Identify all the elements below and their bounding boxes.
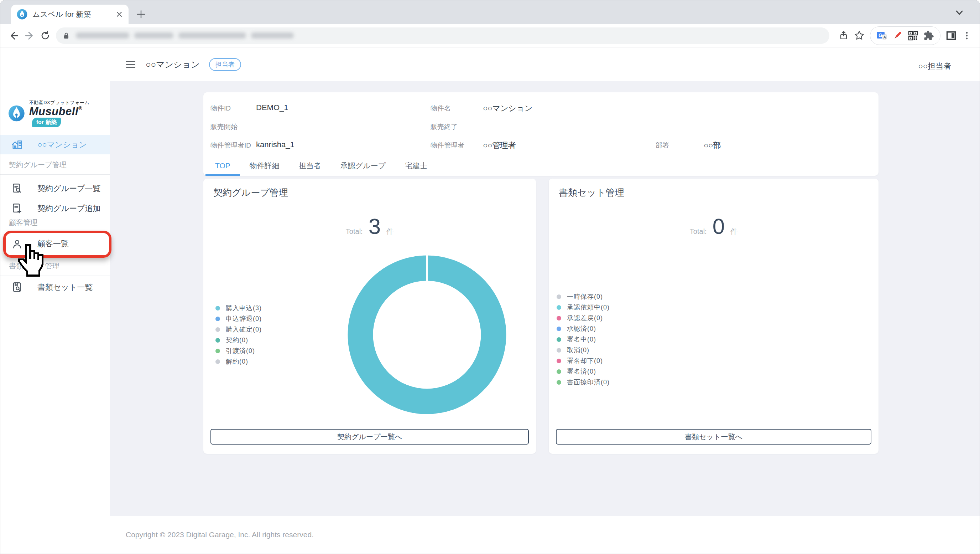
field-value: kanrisha_1 [256,140,294,149]
docset-list-button[interactable]: 書類セット一覧へ [556,429,872,445]
field-value: ○○部 [704,140,721,151]
sidebar: 不動産DXプラットフォーム Musubell® for 新築 ○○マンション 契… [0,48,110,554]
extensions-pill: G A [870,26,940,45]
legend-item: 取消(0) [557,345,610,355]
legend-dot [557,380,561,385]
total-label: Total: [346,227,363,236]
book-search-icon [11,281,23,294]
legend-dot [215,349,220,353]
legend-item: 署名済(0) [557,366,610,377]
tab-close-icon[interactable] [116,11,123,18]
tab-detail[interactable]: 物件詳細 [240,156,289,176]
svg-text:A: A [883,35,886,39]
musubell-logo: 不動産DXプラットフォーム Musubell® for 新築 [8,99,110,127]
sidebar-item-label: 契約グループ一覧 [37,183,101,194]
tab-title: ムスベル for 新築 [32,9,116,19]
browser-tab[interactable]: ムスベル for 新築 [11,5,129,24]
tab-search-chevron-icon[interactable] [954,9,965,17]
hamburger-menu-icon[interactable] [126,60,137,69]
legend-dot [215,316,220,321]
more-menu-icon[interactable] [959,28,975,43]
donut-segment [360,268,493,401]
qr-code-icon[interactable] [905,28,921,43]
bookmark-star-icon[interactable] [851,28,867,43]
total-value: 3 [369,214,381,239]
total-unit: 件 [387,227,393,236]
legend-dot [557,327,561,331]
total-value: 0 [713,214,725,239]
contract-list-button[interactable]: 契約グループ一覧へ [210,429,529,445]
highlighter-pen-icon[interactable] [889,28,905,43]
sidebar-item-label: 書類セット一覧 [37,282,93,293]
legend-dot [215,338,220,343]
extensions-puzzle-icon[interactable] [921,28,937,43]
share-icon[interactable] [836,28,851,43]
reload-icon[interactable] [37,28,53,43]
docset-legend: 一時保存(0) 承認依頼中(0) 承認差戻(0) 承認済(0) 署名中(0) 取… [557,291,610,388]
legend-item: 購入確定(0) [215,324,262,335]
sidebar-item-docset-list[interactable]: 書類セット一覧 [0,279,110,295]
legend-item: 申込辞退(0) [215,313,262,324]
legend-dot [557,348,561,353]
legend-dot [557,294,561,299]
field-label: 部署 [655,141,669,150]
sidebar-section-contract: 契約グループ管理 [9,160,66,170]
card-title: 書類セット管理 [559,187,624,199]
legend-item: 承認依頼中(0) [557,302,610,313]
document-search-icon [11,182,23,195]
hand-cursor-icon [16,243,45,280]
field-label: 物件管理者ID [210,141,251,150]
document-add-icon [11,203,23,215]
lock-icon [62,32,70,40]
total-row: Total: 0 件 [549,214,878,239]
legend-dot [215,359,220,364]
tab-top[interactable]: TOP [205,156,240,176]
field-label: 物件管理者 [431,141,465,150]
app-header: ○○マンション 担当者 ○○担当者 [110,48,980,81]
svg-text:G: G [878,32,883,38]
legend-item: 解約(0) [215,356,262,367]
legend-item: 承認差戻(0) [557,313,610,323]
url-bar[interactable] [56,27,829,44]
page-title: ○○マンション [146,59,200,70]
legend-item: 契約(0) [215,335,262,345]
contract-donut-chart [347,254,508,415]
legend-item: 署名却下(0) [557,355,610,366]
document-set-card: 書類セット管理 Total: 0 件 一時保存(0) 承認依頼中(0) 承認差戻… [549,179,878,454]
new-tab-icon[interactable] [137,10,146,19]
redacted-url-segment [76,32,129,38]
contract-legend: 購入申込(3) 申込辞退(0) 購入確定(0) 契約(0) 引渡済(0) 解約(… [215,303,262,367]
legend-item: 一時保存(0) [557,291,610,302]
legend-item: 書面捺印済(0) [557,377,610,388]
copyright-text: Copyright © 2023 Digital Garage, Inc. Al… [126,530,314,539]
back-icon[interactable] [6,28,22,43]
field-value: ○○マンション [483,103,532,114]
sidebar-item-contract-list[interactable]: 契約グループ一覧 [0,180,110,197]
legend-item: 署名中(0) [557,334,610,345]
translate-icon[interactable]: G A [874,28,889,43]
sidebar-item-property[interactable]: ○○マンション [0,135,110,154]
field-value: ○○管理者 [483,140,516,151]
legend-dot [215,306,220,311]
field-value: DEMO_1 [256,103,288,112]
user-name[interactable]: ○○担当者 [918,61,951,72]
logo-badge: for 新築 [32,118,61,127]
role-badge: 担当者 [209,58,241,71]
field-label: 物件ID [210,104,231,113]
legend-item: 承認済(0) [557,323,610,334]
tab-takkenshi[interactable]: 宅建士 [395,156,437,176]
browser-toolbar: G A [0,24,980,48]
tab-staff[interactable]: 担当者 [289,156,331,176]
redacted-url-segment [178,32,246,38]
total-unit: 件 [730,227,738,236]
property-tabs: TOP 物件詳細 担当者 承認グループ 宅建士 [205,156,437,176]
field-label: 物件名 [431,104,451,113]
musubell-logo-icon [8,104,25,122]
forward-icon[interactable] [22,28,37,43]
redacted-url-segment [134,32,173,38]
total-row: Total: 3 件 [203,214,536,239]
browser-tab-strip: ムスベル for 新築 [0,0,980,24]
tab-approval-group[interactable]: 承認グループ [331,156,395,176]
sidebar-item-contract-add[interactable]: 契約グループ追加 [0,200,110,217]
side-panel-icon[interactable] [943,28,959,43]
